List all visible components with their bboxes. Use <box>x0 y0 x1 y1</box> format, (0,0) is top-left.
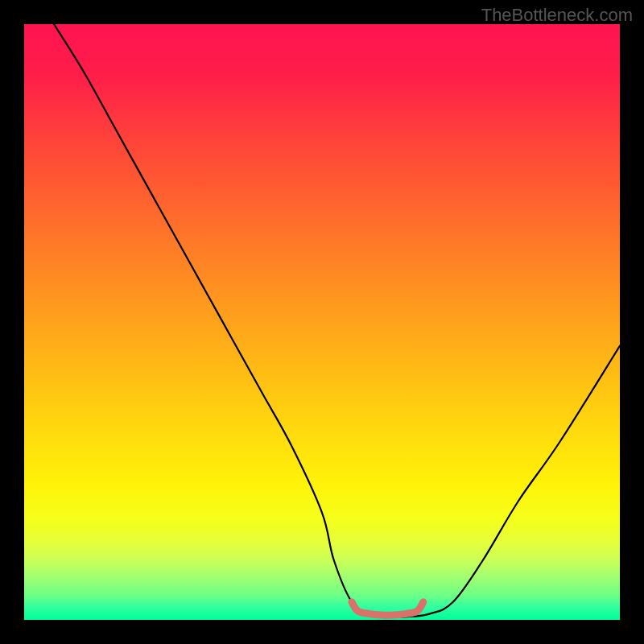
bottleneck-curve <box>54 24 620 617</box>
attribution-text: TheBottleneck.com <box>481 5 633 26</box>
chart-svg <box>24 24 620 620</box>
plot-area <box>24 24 620 620</box>
optimal-zone-marker <box>352 602 423 615</box>
